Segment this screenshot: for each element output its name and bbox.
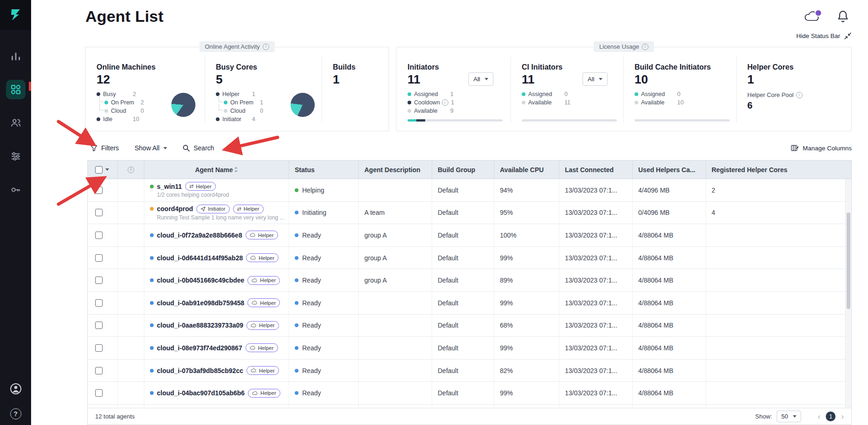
section-value: 5 [216, 72, 263, 87]
chevron-down-icon [599, 78, 602, 80]
ci-initiators-filter-select[interactable]: All [583, 72, 608, 86]
status-dot [295, 278, 298, 282]
column-header-build-group[interactable]: Build Group [432, 161, 494, 179]
section-title: Build Cache Initiators [635, 63, 738, 71]
scrollbar-thumb[interactable] [847, 212, 850, 309]
help-button[interactable]: ? [7, 406, 24, 422]
agent-status-dot [150, 185, 154, 188]
legend-dot [522, 101, 525, 104]
paper-plane-icon [201, 206, 206, 212]
swap-icon: ⇄ [237, 206, 241, 212]
user-avatar[interactable] [7, 380, 24, 397]
legend-dot [408, 101, 411, 104]
ci-initiators-section: CI Initiators 11 All Assigned0 Available… [522, 63, 625, 122]
status-dot [295, 391, 298, 395]
agent-name: cloud_i-0f72a9a2e88b666e8 [157, 232, 242, 239]
initiators-section: Initiators 11 All Assigned1 Cooldowni1 A… [408, 63, 511, 122]
info-icon: i [128, 167, 134, 173]
row-checkbox[interactable] [95, 254, 103, 262]
next-page-button[interactable]: › [841, 412, 844, 421]
column-header-registered-cores[interactable]: Registered Helper Cores [706, 161, 851, 179]
row-checkbox[interactable] [95, 209, 103, 216]
table-row: cloud_i-0f72a9a2e88b666e8 Helper Ready g… [88, 224, 851, 247]
section-value: 12 [97, 72, 155, 87]
sidebar: ? [0, 0, 31, 425]
row-checkbox[interactable] [95, 299, 103, 307]
row-checkbox[interactable] [95, 322, 103, 329]
search-button[interactable]: Search [182, 144, 214, 152]
vertical-scrollbar[interactable] [845, 179, 851, 408]
ci-initiators-legend: Assigned0 Available11 [522, 90, 625, 107]
cloud-helper-badge: Helper [246, 343, 278, 352]
status-label: Ready [302, 367, 321, 374]
show-all-dropdown[interactable]: Show All [135, 144, 167, 152]
row-checkbox[interactable] [95, 367, 103, 374]
previous-page-button[interactable]: ‹ [818, 412, 821, 421]
page-number[interactable]: 1 [826, 412, 836, 421]
cloud-icon [250, 233, 256, 237]
legend-dot [635, 92, 638, 96]
sidebar-item-users[interactable] [6, 113, 26, 133]
column-header-status[interactable]: Status [289, 161, 359, 179]
table-footer: 12 total agents Show: 50 ‹ 1 › [88, 408, 851, 425]
row-checkbox[interactable] [95, 389, 103, 397]
busy-cores-donut-chart [291, 93, 315, 117]
info-icon[interactable]: i [442, 99, 448, 106]
agent-name: s_win11 [157, 183, 182, 190]
status-label: Initiating [302, 209, 326, 216]
sidebar-item-settings[interactable] [6, 147, 26, 166]
brand-logo[interactable] [0, 0, 31, 30]
swap-icon: ⇄ [189, 184, 194, 189]
license-usage-tag-label: License Usage [599, 43, 639, 50]
notifications-button[interactable] [837, 10, 849, 25]
hide-status-bar-button[interactable]: Hide Status Bar [796, 32, 851, 39]
row-checkbox[interactable] [95, 187, 103, 194]
bell-icon [837, 10, 849, 23]
status-label: Ready [302, 344, 321, 352]
collapse-icon [844, 32, 851, 39]
agents-table: i Agent Name Status Agent Description Bu… [87, 160, 852, 425]
sliders-icon [11, 151, 21, 161]
busy-cores-section: Busy Cores 5 Helper1 On Prem1 Cloud0 Ini… [216, 63, 263, 123]
column-header-available-cpu[interactable]: Available CPU [494, 161, 559, 179]
table-row: cloud_i-04bac907d105ab6b6 Helper Ready D… [88, 382, 851, 405]
page-size-select[interactable]: 50 [777, 411, 801, 422]
info-icon[interactable]: i [642, 44, 648, 50]
column-header-description[interactable]: Agent Description [359, 161, 432, 179]
helper-core-pool-label: Helper Core Pool i [747, 91, 850, 98]
column-header-last-connected[interactable]: Last Connected [559, 161, 633, 179]
build-cache-legend: Assigned0 Available10 [635, 90, 738, 107]
column-header-agent-name[interactable]: Agent Name [144, 161, 289, 179]
cloud-helper-badge: Helper [247, 298, 280, 307]
legend-dot [224, 109, 227, 113]
cloud-helper-badge: Helper [246, 253, 279, 262]
agent-name: coord4prod [157, 205, 193, 212]
info-icon[interactable]: i [263, 44, 269, 50]
select-all-checkbox[interactable] [95, 166, 103, 174]
sort-icon[interactable] [234, 167, 238, 173]
row-checkbox[interactable] [95, 344, 103, 352]
sidebar-item-licenses[interactable] [6, 180, 26, 200]
ci-initiators-usage-bar [522, 119, 617, 122]
row-checkbox[interactable] [95, 232, 103, 239]
machines-donut-chart [171, 93, 195, 117]
initiators-filter-select[interactable]: All [468, 72, 493, 86]
sidebar-item-dashboard[interactable] [6, 46, 26, 66]
select-all-header[interactable] [88, 161, 118, 179]
row-checkbox[interactable] [95, 277, 103, 284]
agent-status-dot [150, 391, 154, 395]
column-header-used-helpers[interactable]: Used Helpers Ca... [633, 161, 706, 179]
info-column-header[interactable]: i [118, 161, 144, 179]
cloud-helper-badge: Helper [246, 366, 279, 375]
agents-grid-icon [11, 84, 21, 95]
chevron-down-icon[interactable] [105, 168, 109, 171]
sidebar-item-agents[interactable] [6, 80, 26, 99]
section-title: Online Machines [97, 63, 155, 71]
filters-button[interactable]: Filters [91, 144, 119, 152]
manage-columns-button[interactable]: Manage Columns [791, 144, 852, 152]
info-icon[interactable]: i [796, 92, 803, 98]
cloud-status-button[interactable] [803, 9, 823, 25]
builds-section: Builds 1 [333, 63, 356, 87]
status-label: Ready [302, 389, 321, 397]
bar-chart-icon [11, 51, 21, 61]
